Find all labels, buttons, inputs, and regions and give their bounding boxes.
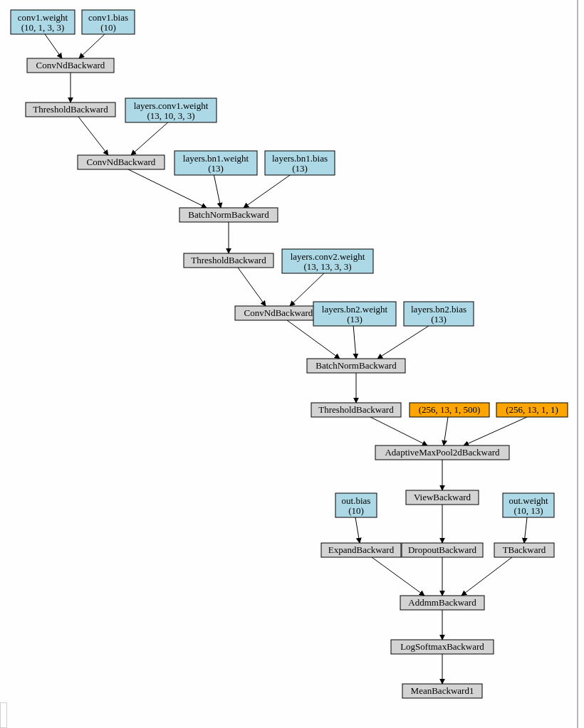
graph-frame [0, 0, 578, 728]
resize-handle[interactable] [0, 702, 7, 728]
